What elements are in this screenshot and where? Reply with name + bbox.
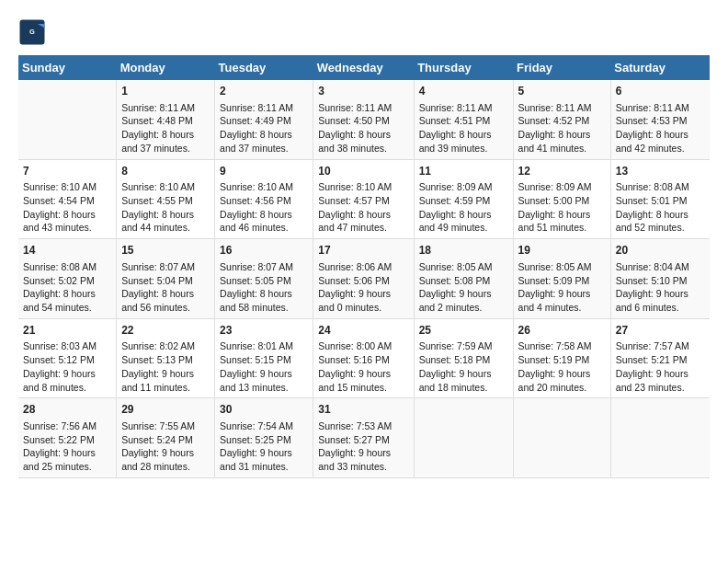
- sunset-text: Sunset: 5:16 PM: [318, 353, 408, 367]
- calendar-cell: 15Sunrise: 8:07 AMSunset: 5:04 PMDayligh…: [117, 239, 215, 319]
- calendar-week-row: 7Sunrise: 8:10 AMSunset: 4:54 PMDaylight…: [18, 159, 710, 239]
- day-number: 9: [220, 164, 308, 179]
- sunrise-text: Sunrise: 7:55 AM: [121, 419, 210, 433]
- day-number: 5: [518, 84, 606, 99]
- sunset-text: Sunset: 5:18 PM: [419, 353, 508, 367]
- calendar-cell: 16Sunrise: 8:07 AMSunset: 5:05 PMDayligh…: [215, 239, 313, 319]
- sunrise-text: Sunrise: 8:10 AM: [121, 180, 210, 194]
- daylight-text: Daylight: 9 hours and 4 minutes.: [518, 287, 606, 314]
- day-number: 8: [121, 164, 210, 179]
- daylight-text: Daylight: 9 hours and 25 minutes.: [23, 446, 111, 473]
- sunrise-text: Sunrise: 8:04 AM: [616, 260, 705, 274]
- weekday-header: Friday: [513, 55, 610, 80]
- daylight-text: Daylight: 8 hours and 44 minutes.: [121, 208, 210, 235]
- day-number: 3: [318, 84, 408, 99]
- weekday-header: Saturday: [610, 55, 710, 80]
- sunset-text: Sunset: 4:48 PM: [121, 114, 210, 128]
- sunset-text: Sunset: 5:27 PM: [318, 433, 408, 447]
- sunrise-text: Sunrise: 8:10 AM: [318, 180, 408, 194]
- calendar-week-row: 21Sunrise: 8:03 AMSunset: 5:12 PMDayligh…: [18, 318, 710, 398]
- sunrise-text: Sunrise: 8:07 AM: [121, 260, 210, 274]
- sunrise-text: Sunrise: 8:11 AM: [419, 101, 508, 115]
- sunset-text: Sunset: 4:55 PM: [121, 194, 210, 208]
- day-number: 20: [616, 243, 705, 259]
- day-number: 29: [121, 402, 210, 418]
- calendar-cell: 3Sunrise: 8:11 AMSunset: 4:50 PMDaylight…: [313, 80, 414, 159]
- daylight-text: Daylight: 8 hours and 56 minutes.: [121, 287, 210, 314]
- daylight-text: Daylight: 8 hours and 38 minutes.: [318, 128, 408, 155]
- daylight-text: Daylight: 8 hours and 46 minutes.: [220, 208, 308, 235]
- calendar-cell: 9Sunrise: 8:10 AMSunset: 4:56 PMDaylight…: [215, 159, 313, 239]
- day-number: 4: [419, 84, 508, 99]
- sunrise-text: Sunrise: 8:05 AM: [419, 260, 508, 274]
- daylight-text: Daylight: 8 hours and 51 minutes.: [518, 208, 606, 235]
- calendar-week-row: 28Sunrise: 7:56 AMSunset: 5:22 PMDayligh…: [18, 398, 710, 478]
- sunrise-text: Sunrise: 7:57 AM: [616, 339, 705, 353]
- day-number: 10: [318, 164, 408, 179]
- weekday-header: Monday: [117, 55, 215, 80]
- daylight-text: Daylight: 9 hours and 18 minutes.: [419, 367, 508, 394]
- sunrise-text: Sunrise: 8:05 AM: [518, 260, 606, 274]
- sunset-text: Sunset: 5:15 PM: [220, 353, 308, 367]
- calendar-cell: 29Sunrise: 7:55 AMSunset: 5:24 PMDayligh…: [117, 398, 215, 478]
- sunrise-text: Sunrise: 8:09 AM: [518, 180, 606, 194]
- day-number: 27: [616, 323, 705, 339]
- sunrise-text: Sunrise: 7:59 AM: [419, 339, 508, 353]
- day-number: 28: [23, 402, 111, 418]
- sunrise-text: Sunrise: 8:11 AM: [220, 101, 308, 115]
- day-number: 25: [419, 323, 508, 339]
- calendar-cell: 7Sunrise: 8:10 AMSunset: 4:54 PMDaylight…: [18, 159, 117, 239]
- svg-text:G: G: [29, 28, 35, 36]
- sunset-text: Sunset: 5:19 PM: [518, 353, 606, 367]
- daylight-text: Daylight: 8 hours and 43 minutes.: [23, 208, 111, 235]
- calendar-cell: [18, 80, 117, 159]
- day-number: 22: [121, 323, 210, 339]
- calendar-cell: 12Sunrise: 8:09 AMSunset: 5:00 PMDayligh…: [513, 159, 610, 239]
- sunrise-text: Sunrise: 8:11 AM: [518, 101, 606, 115]
- day-number: 18: [419, 243, 508, 259]
- calendar-cell: 5Sunrise: 8:11 AMSunset: 4:52 PMDaylight…: [513, 80, 610, 159]
- day-number: 1: [121, 84, 210, 99]
- daylight-text: Daylight: 9 hours and 20 minutes.: [518, 367, 606, 394]
- weekday-header: Sunday: [18, 55, 117, 80]
- sunrise-text: Sunrise: 8:01 AM: [220, 339, 308, 353]
- sunrise-text: Sunrise: 8:03 AM: [23, 339, 111, 353]
- day-number: 11: [419, 164, 508, 179]
- calendar-cell: 22Sunrise: 8:02 AMSunset: 5:13 PMDayligh…: [117, 318, 215, 398]
- logo: G: [18, 18, 50, 46]
- day-number: 15: [121, 243, 210, 259]
- calendar-cell: 27Sunrise: 7:57 AMSunset: 5:21 PMDayligh…: [610, 318, 710, 398]
- sunrise-text: Sunrise: 7:54 AM: [220, 419, 308, 433]
- sunrise-text: Sunrise: 8:06 AM: [318, 260, 408, 274]
- calendar-cell: 21Sunrise: 8:03 AMSunset: 5:12 PMDayligh…: [18, 318, 117, 398]
- day-number: 13: [616, 164, 705, 179]
- day-number: 16: [220, 243, 308, 259]
- daylight-text: Daylight: 8 hours and 58 minutes.: [220, 287, 308, 314]
- sunrise-text: Sunrise: 8:00 AM: [318, 339, 408, 353]
- calendar-cell: 17Sunrise: 8:06 AMSunset: 5:06 PMDayligh…: [313, 239, 414, 319]
- sunset-text: Sunset: 5:13 PM: [121, 353, 210, 367]
- daylight-text: Daylight: 9 hours and 2 minutes.: [419, 287, 508, 314]
- calendar-cell: 24Sunrise: 8:00 AMSunset: 5:16 PMDayligh…: [313, 318, 414, 398]
- sunset-text: Sunset: 5:06 PM: [318, 274, 408, 288]
- sunset-text: Sunset: 4:52 PM: [518, 114, 606, 128]
- sunrise-text: Sunrise: 8:11 AM: [318, 101, 408, 115]
- calendar-cell: 2Sunrise: 8:11 AMSunset: 4:49 PMDaylight…: [215, 80, 313, 159]
- daylight-text: Daylight: 9 hours and 11 minutes.: [121, 367, 210, 394]
- sunset-text: Sunset: 5:04 PM: [121, 274, 210, 288]
- calendar-cell: 28Sunrise: 7:56 AMSunset: 5:22 PMDayligh…: [18, 398, 117, 478]
- daylight-text: Daylight: 9 hours and 23 minutes.: [616, 367, 705, 394]
- daylight-text: Daylight: 8 hours and 39 minutes.: [419, 128, 508, 155]
- sunrise-text: Sunrise: 8:08 AM: [23, 260, 111, 274]
- sunrise-text: Sunrise: 8:08 AM: [616, 180, 705, 194]
- day-number: 14: [23, 243, 111, 259]
- sunset-text: Sunset: 4:53 PM: [616, 114, 705, 128]
- daylight-text: Daylight: 9 hours and 8 minutes.: [23, 367, 111, 394]
- calendar-cell: 11Sunrise: 8:09 AMSunset: 4:59 PMDayligh…: [414, 159, 513, 239]
- daylight-text: Daylight: 8 hours and 41 minutes.: [518, 128, 606, 155]
- sunset-text: Sunset: 4:54 PM: [23, 194, 111, 208]
- sunset-text: Sunset: 5:12 PM: [23, 353, 111, 367]
- calendar-cell: [610, 398, 710, 478]
- calendar-cell: 8Sunrise: 8:10 AMSunset: 4:55 PMDaylight…: [117, 159, 215, 239]
- sunset-text: Sunset: 5:00 PM: [518, 194, 606, 208]
